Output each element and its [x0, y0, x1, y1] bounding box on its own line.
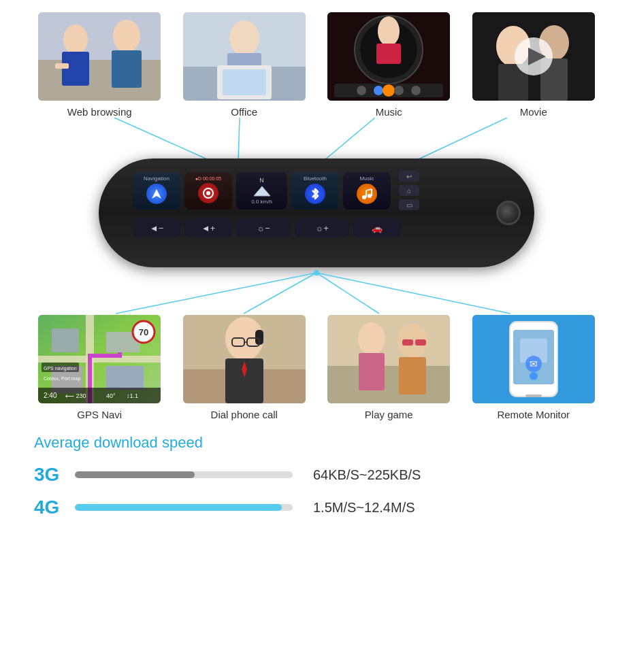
svg-point-16 — [378, 16, 400, 46]
svg-rect-81 — [399, 357, 426, 394]
home-button[interactable]: ⌂ — [399, 185, 419, 196]
game-label: Play game — [365, 409, 413, 420]
phone-image — [183, 315, 306, 403]
music-screen-button[interactable]: Music — [343, 172, 391, 209]
feature-office: Office — [180, 12, 309, 118]
svg-point-21 — [383, 84, 395, 97]
svg-line-45 — [116, 273, 316, 314]
svg-line-43 — [366, 189, 372, 190]
vol-down-button[interactable]: ◄− — [133, 218, 180, 237]
top-features-row: Web browsing Office — [0, 0, 633, 118]
speed-row-4g: 4G 1.5M/S~12.4M/S — [34, 497, 599, 518]
svg-point-20 — [374, 86, 383, 95]
svg-rect-83 — [415, 339, 426, 346]
speed-value-label: 0.0 km/h — [251, 199, 272, 205]
feature-movie: Movie — [469, 12, 598, 118]
svg-point-2 — [63, 24, 88, 54]
music-screen-icon — [357, 184, 377, 204]
svg-text:✉: ✉ — [530, 358, 538, 369]
svg-point-78 — [358, 322, 385, 355]
mirror-device: Navigation ●D 00:00:05 — [99, 158, 534, 267]
speed-row-3g: 3G 64KB/S~225KB/S — [34, 464, 599, 486]
device-wrapper: Navigation ●D 00:00:05 — [0, 158, 633, 267]
svg-point-19 — [357, 86, 366, 95]
speed-bar-3g-fill — [75, 471, 195, 478]
game-image — [327, 315, 450, 403]
screen-top-row: Navigation ●D 00:00:05 — [133, 171, 500, 210]
nav-button-label: Navigation — [144, 175, 169, 182]
dashcam-label: ●D 00:00:05 — [195, 176, 221, 181]
svg-rect-77 — [327, 366, 450, 403]
remote-image: ✉ — [472, 315, 595, 403]
svg-point-89 — [530, 372, 538, 380]
screen-bottom-row: ◄− ◄+ ☼− ☼+ 🚗 — [133, 218, 500, 237]
speed-bar-4g-container — [75, 504, 293, 511]
speed-title: Average download speed — [34, 434, 599, 452]
svg-rect-79 — [359, 353, 385, 390]
brightness-up-button[interactable]: ☼+ — [295, 218, 349, 237]
svg-text:⟵ 230: ⟵ 230 — [65, 392, 86, 399]
svg-line-46 — [244, 273, 316, 314]
speed-bar-4g-fill — [75, 504, 282, 511]
vol-up-button[interactable]: ◄+ — [184, 218, 232, 237]
svg-rect-56 — [106, 366, 144, 390]
svg-text:Coteux, Port map: Coteux, Port map — [44, 376, 81, 382]
svg-rect-17 — [376, 44, 401, 64]
nav-icon — [146, 184, 167, 204]
feature-game: Play game — [324, 315, 453, 420]
svg-marker-35 — [152, 189, 161, 199]
web-browsing-image — [38, 12, 161, 101]
feature-gps: 70 GPS navigation Coteux, Port map 2:40 … — [35, 315, 164, 420]
svg-marker-38 — [254, 186, 270, 196]
svg-rect-6 — [112, 50, 142, 88]
svg-text:2:40: 2:40 — [44, 392, 57, 399]
svg-rect-4 — [55, 63, 69, 69]
gps-image: 70 GPS navigation Coteux, Port map 2:40 … — [38, 315, 161, 403]
compass-label: N — [259, 177, 264, 184]
svg-line-33 — [320, 118, 375, 164]
side-nav-buttons: ↩ ⌂ ▭ — [399, 171, 419, 210]
bluetooth-label: Bluetooth — [304, 175, 327, 182]
speed-button[interactable]: N 0.0 km/h — [236, 172, 287, 209]
web-browsing-label: Web browsing — [67, 106, 132, 118]
speed-label-3g: 3G — [34, 464, 61, 486]
feature-web-browsing: Web browsing — [35, 12, 164, 118]
svg-point-9 — [229, 20, 259, 56]
svg-line-48 — [316, 273, 510, 314]
music-label: Music — [376, 106, 402, 118]
speed-section: Average download speed 3G 64KB/S~225KB/S… — [0, 420, 633, 518]
speed-value-4g: 1.5M/S~12.4M/S — [313, 500, 415, 516]
svg-rect-12 — [223, 69, 266, 95]
speed-value-3g: 64KB/S~225KB/S — [313, 467, 421, 483]
feature-phone: Dial phone call — [180, 315, 309, 420]
movie-label: Movie — [520, 106, 547, 118]
svg-point-5 — [113, 20, 140, 52]
menu-button[interactable]: ▭ — [399, 199, 419, 210]
bottom-features-row: 70 GPS navigation Coteux, Port map 2:40 … — [0, 315, 633, 420]
gps-label: GPS Navi — [77, 409, 122, 420]
bottom-connector-svg — [0, 267, 633, 315]
bluetooth-button[interactable]: Bluetooth — [291, 172, 339, 209]
camera-lens — [496, 201, 521, 225]
feature-remote: ✉ Remote Monitor — [469, 315, 598, 420]
svg-line-34 — [408, 118, 507, 164]
music-screen-label: Music — [360, 175, 374, 182]
dashcam-icon — [198, 183, 218, 203]
back-button[interactable]: ↩ — [399, 171, 419, 182]
feature-music: Music — [324, 12, 453, 118]
svg-line-32 — [238, 118, 240, 164]
svg-line-31 — [114, 118, 218, 164]
office-label: Office — [231, 106, 257, 118]
svg-rect-82 — [402, 339, 413, 346]
music-image — [327, 12, 450, 101]
nav-button[interactable]: Navigation — [133, 172, 180, 209]
speed-label-4g: 4G — [34, 497, 61, 518]
phone-label: Dial phone call — [211, 409, 278, 420]
svg-rect-92 — [525, 394, 542, 397]
brightness-down-button[interactable]: ☼− — [236, 218, 291, 237]
car-button[interactable]: 🚗 — [353, 218, 401, 237]
svg-point-23 — [411, 86, 421, 95]
dashcam-button[interactable]: ●D 00:00:05 — [184, 172, 232, 209]
office-image — [183, 12, 306, 101]
bottom-connector-area — [0, 267, 633, 315]
